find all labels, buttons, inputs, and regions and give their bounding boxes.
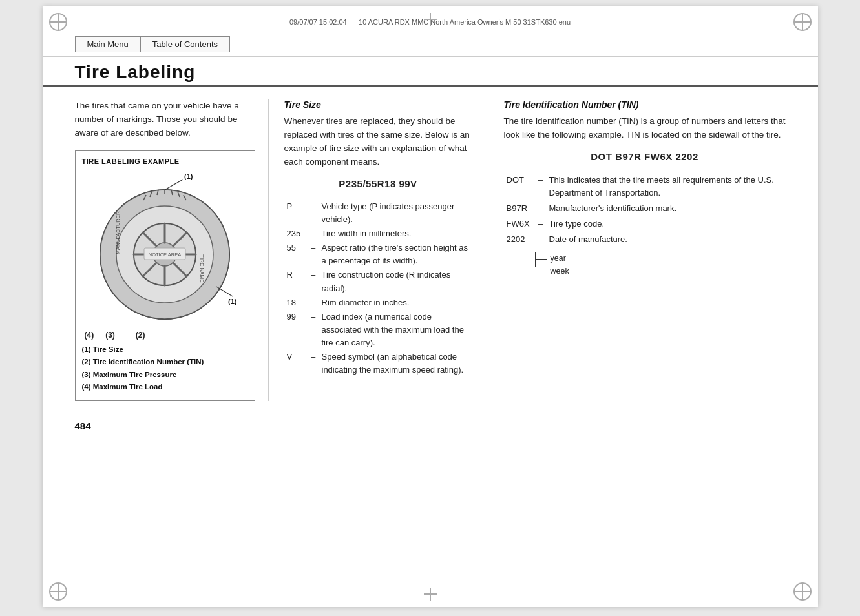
row-code: V [284, 350, 308, 377]
row-dash: – [535, 201, 547, 216]
row-desc: Tire construction code (R indicates radi… [319, 268, 472, 295]
tin-table: DOT – This indicates that the tire meets… [504, 172, 786, 248]
page-number: 484 [75, 420, 91, 431]
row-desc: Tire width in millimeters. [319, 227, 472, 241]
col-right: Tire Identification Number (TIN) The tir… [488, 99, 786, 401]
label-3: (3) [105, 331, 115, 340]
row-desc: Date of manufacture. [547, 232, 786, 247]
row-dash: – [308, 200, 319, 227]
svg-text:(1): (1) [184, 172, 193, 180]
dot-example: DOT B97R FW6X 2202 [504, 151, 786, 162]
table-row: B97R – Manufacturer's identification mar… [504, 201, 786, 216]
tire-diagram-box: TIRE LABELING EXAMPLE [75, 150, 255, 401]
label-2: (2) [136, 331, 145, 340]
meta-line: 09/07/07 15:02:04 10 ACURA RDX MMC North… [43, 6, 818, 30]
row-desc: Speed symbol (an alphabetical code indic… [319, 350, 472, 377]
row-desc: This indicates that the tire meets all r… [547, 172, 786, 201]
row-code: P [284, 200, 308, 227]
row-code: B97R [504, 201, 535, 216]
table-row: V – Speed symbol (an alphabetical code i… [284, 350, 472, 377]
tire-size-table: P – Vehicle type (P indicates passenger … [284, 200, 472, 378]
col-left: The tires that came on your vehicle have… [75, 99, 269, 401]
meta-doc: 10 ACURA RDX MMC North America Owner's M… [359, 18, 571, 26]
row-code: 55 [284, 241, 308, 268]
table-row: 2202 – Date of manufacture. [504, 232, 786, 247]
tire-size-example: P235/55R18 99V [284, 178, 472, 189]
legend-item-2: (2) Tire Identification Number (TIN) [82, 356, 248, 369]
table-row: 99 – Load index (a numerical code associ… [284, 310, 472, 350]
table-row: FW6X – Tire type code. [504, 216, 786, 232]
row-dash: – [308, 350, 319, 377]
svg-text:MANUFACTURER: MANUFACTURER [115, 211, 121, 254]
table-row: 18 – Rim diameter in inches. [284, 296, 472, 310]
page-number-area: 484 [43, 414, 818, 444]
table-row: P – Vehicle type (P indicates passenger … [284, 200, 472, 227]
row-dash: – [535, 232, 547, 247]
row-code: 2202 [504, 232, 535, 247]
legend-item-4: (4) Maximum Tire Load [82, 381, 248, 394]
row-dash: – [535, 172, 547, 201]
row-dash: – [308, 227, 319, 241]
row-dash: – [535, 216, 547, 232]
row-code: 99 [284, 310, 308, 350]
row-desc: Vehicle type (P indicates passenger vehi… [319, 200, 472, 227]
svg-text:TIRE  NAME: TIRE NAME [199, 254, 205, 283]
tire-legend: (1) Tire Size (2) Tire Identification Nu… [82, 344, 248, 394]
toc-button[interactable]: Table of Contents [140, 36, 230, 52]
row-code: FW6X [504, 216, 535, 232]
row-code: DOT [504, 172, 535, 201]
tin-body: The tire identification number (TIN) is … [504, 115, 786, 142]
svg-line-22 [165, 180, 183, 190]
row-desc: Rim diameter in inches. [319, 296, 472, 310]
row-dash: – [308, 310, 319, 350]
tire-size-heading: Tire Size [284, 99, 472, 110]
row-desc: Aspect ratio (the tire's section height … [319, 241, 472, 268]
row-code: 235 [284, 227, 308, 241]
row-dash: – [308, 296, 319, 310]
main-content: The tires that came on your vehicle have… [43, 87, 818, 414]
intro-text: The tires that came on your vehicle have… [75, 99, 255, 140]
main-menu-button[interactable]: Main Menu [75, 36, 140, 52]
legend-item-1: (1) Tire Size [82, 344, 248, 356]
table-row: DOT – This indicates that the tire meets… [504, 172, 786, 201]
table-row: R – Tire construction code (R indicates … [284, 268, 472, 295]
tire-diagram-svg: MANUFACTURER TIRE NAME (1) (1) NOTI [82, 170, 248, 325]
row-code: 18 [284, 296, 308, 310]
tire-diagram-title: TIRE LABELING EXAMPLE [82, 158, 248, 165]
row-desc: Load index (a numerical code associated … [319, 310, 472, 350]
meta-date: 09/07/07 15:02:04 [289, 18, 347, 26]
row-desc: Tire type code. [547, 216, 786, 232]
table-row: 235 – Tire width in millimeters. [284, 227, 472, 241]
legend-item-3: (3) Maximum Tire Pressure [82, 369, 248, 382]
page-title: Tire Labeling [75, 62, 786, 83]
col-middle: Tire Size Whenever tires are replaced, t… [269, 99, 488, 401]
tire-size-body: Whenever tires are replaced, they should… [284, 115, 472, 169]
svg-line-24 [216, 287, 233, 296]
row-dash: – [308, 268, 319, 295]
table-row: 55 – Aspect ratio (the tire's section he… [284, 241, 472, 268]
label-4: (4) [85, 331, 94, 340]
nav-bar: Main Menu Table of Contents [43, 30, 818, 57]
date-week-label: week [551, 265, 569, 278]
svg-text:NOTICE AREA: NOTICE AREA [149, 252, 181, 258]
row-desc: Manufacturer's identification mark. [547, 201, 786, 216]
date-diagram: year week [535, 252, 786, 278]
page-title-area: Tire Labeling [43, 57, 818, 87]
svg-text:(1): (1) [228, 298, 237, 305]
row-code: R [284, 268, 308, 295]
row-dash: – [308, 241, 319, 268]
date-year-label: year [551, 252, 569, 265]
tin-heading: Tire Identification Number (TIN) [504, 99, 786, 110]
